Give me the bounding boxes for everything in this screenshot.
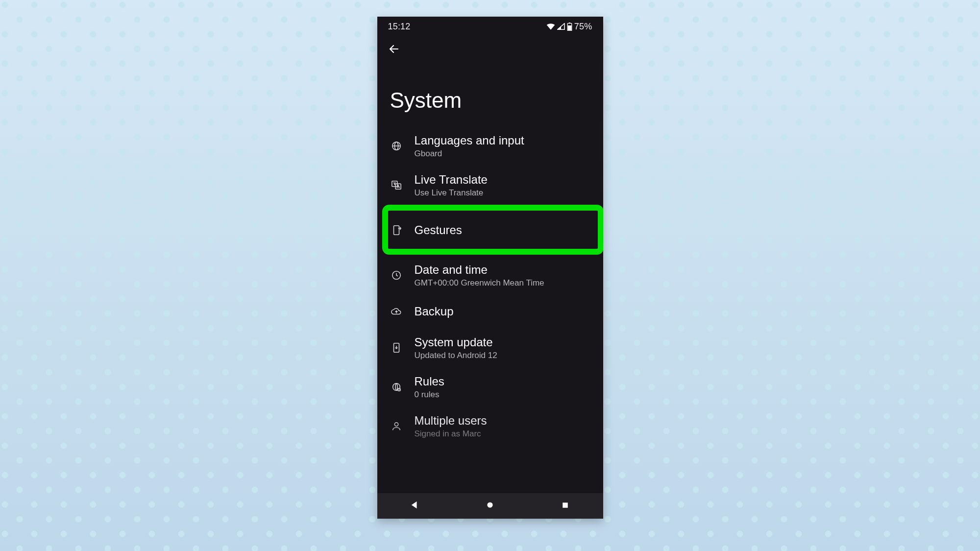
svg-rect-9 [393, 226, 399, 235]
settings-list: Languages and input Gboard Live Translat… [377, 126, 603, 446]
globe-icon [389, 139, 404, 153]
row-date-time[interactable]: Date and time GMT+00:00 Greenwich Mean T… [377, 256, 603, 295]
rules-icon [389, 380, 404, 394]
status-time: 15:12 [388, 22, 411, 32]
row-title: Gestures [415, 223, 462, 238]
row-title: Date and time [415, 263, 544, 277]
person-icon [389, 419, 404, 433]
arrow-left-icon [388, 43, 400, 57]
page-title: System [377, 64, 603, 126]
status-indicators: 75% [546, 22, 592, 32]
svg-point-15 [487, 502, 492, 507]
nav-back-button[interactable] [409, 500, 420, 512]
nav-recent-button[interactable] [560, 500, 571, 512]
row-subtitle: Signed in as Marc [415, 429, 487, 439]
row-subtitle: Updated to Android 12 [415, 351, 497, 360]
nav-home-icon [486, 501, 494, 511]
wifi-icon [546, 23, 555, 30]
row-subtitle: GMT+00:00 Greenwich Mean Time [415, 278, 544, 288]
clock-icon [389, 268, 404, 283]
row-system-update[interactable]: System update Updated to Android 12 [377, 328, 603, 367]
row-rules[interactable]: Rules 0 rules [377, 367, 603, 407]
row-title: Live Translate [415, 172, 488, 187]
cloud-upload-icon [389, 304, 404, 319]
row-live-translate[interactable]: Live Translate Use Live Translate [377, 166, 603, 205]
row-subtitle: Use Live Translate [415, 188, 488, 198]
system-update-icon [389, 340, 404, 355]
nav-home-button[interactable] [484, 500, 496, 512]
translate-icon [389, 178, 404, 192]
svg-rect-16 [563, 503, 568, 508]
row-title: System update [415, 335, 497, 350]
row-multiple-users[interactable]: Multiple users Signed in as Marc [377, 407, 603, 446]
android-nav-bar [377, 493, 603, 519]
signal-icon [557, 23, 565, 30]
battery-icon [567, 23, 572, 31]
row-languages-input[interactable]: Languages and input Gboard [377, 126, 603, 166]
svg-rect-2 [568, 25, 571, 30]
row-backup[interactable]: Backup [377, 295, 603, 328]
nav-back-icon [410, 501, 419, 511]
toolbar [377, 36, 603, 64]
svg-point-14 [394, 423, 398, 426]
svg-rect-1 [569, 23, 570, 24]
row-title: Languages and input [415, 133, 524, 148]
status-bar: 15:12 75% [377, 17, 603, 36]
row-gestures[interactable]: Gestures [377, 205, 603, 256]
battery-percent: 75% [574, 22, 592, 32]
row-title: Backup [415, 304, 454, 319]
row-subtitle: Gboard [415, 149, 524, 159]
nav-recent-icon [562, 502, 569, 511]
back-button[interactable] [386, 42, 402, 58]
row-subtitle: 0 rules [415, 390, 444, 400]
page-background: 15:12 75% System [0, 0, 980, 551]
row-title: Multiple users [415, 413, 487, 428]
gestures-icon [389, 223, 404, 238]
row-title: Rules [415, 374, 444, 389]
phone-frame: 15:12 75% System [377, 17, 603, 519]
